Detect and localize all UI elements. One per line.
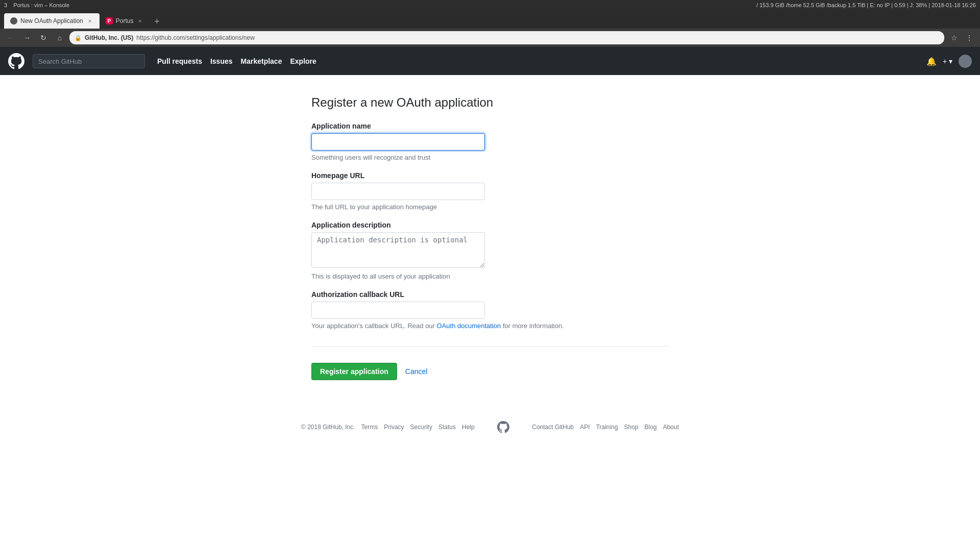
footer-link-api[interactable]: API bbox=[580, 424, 590, 431]
tab-favicon-1 bbox=[10, 17, 17, 24]
home-button[interactable]: ⌂ bbox=[53, 31, 66, 44]
callback-url-label: Authorization callback URL bbox=[311, 290, 669, 299]
tab-favicon-2: P bbox=[106, 17, 113, 24]
callback-url-help: Your application's callback URL. Read ou… bbox=[311, 322, 669, 330]
footer-link-shop[interactable]: Shop bbox=[624, 424, 639, 431]
new-tab-button[interactable]: + bbox=[150, 14, 164, 29]
os-workspace: 3 bbox=[4, 2, 7, 8]
footer-link-blog[interactable]: Blog bbox=[645, 424, 657, 431]
footer-right: Contact GitHub API Training Shop Blog Ab… bbox=[532, 424, 679, 431]
form-divider bbox=[311, 346, 669, 346]
search-placeholder: Search GitHub bbox=[38, 58, 82, 65]
callback-help-suffix: for more information. bbox=[501, 322, 564, 330]
homepage-url-help: The full URL to your application homepag… bbox=[311, 203, 669, 211]
footer-link-contact[interactable]: Contact GitHub bbox=[532, 424, 574, 431]
homepage-url-input[interactable] bbox=[311, 183, 485, 200]
footer-copyright: © 2018 GitHub, Inc. bbox=[301, 424, 355, 431]
footer-link-about[interactable]: About bbox=[663, 424, 679, 431]
tab-close-2[interactable]: ✕ bbox=[136, 17, 143, 24]
reload-button[interactable]: ↻ bbox=[37, 31, 50, 44]
app-name-label: Application name bbox=[311, 122, 669, 130]
github-footer-logo bbox=[497, 421, 509, 433]
os-status: / 153.9 GiB /home 52.5 GiB /backup 1.5 T… bbox=[756, 2, 976, 8]
tab-close-1[interactable]: ✕ bbox=[86, 17, 93, 24]
footer-left: © 2018 GitHub, Inc. Terms Privacy Securi… bbox=[301, 424, 475, 431]
menu-icon[interactable]: ⋮ bbox=[963, 31, 976, 44]
footer-center bbox=[497, 421, 509, 433]
notifications-bell-icon[interactable]: 🔔 bbox=[926, 57, 937, 66]
callback-url-input[interactable] bbox=[311, 302, 485, 319]
register-application-button[interactable]: Register application bbox=[311, 363, 397, 380]
browser-tab-2[interactable]: P Portus ✕ bbox=[100, 13, 150, 29]
nav-explore[interactable]: Explore bbox=[290, 57, 316, 65]
browser-actions: ☆ ⋮ bbox=[947, 31, 976, 44]
github-logo[interactable] bbox=[8, 53, 24, 69]
footer-link-status[interactable]: Status bbox=[438, 424, 456, 431]
app-name-help: Something users will recognize and trust bbox=[311, 154, 669, 161]
github-nav: Pull requests Issues Marketplace Explore bbox=[157, 57, 316, 65]
footer-link-training[interactable]: Training bbox=[596, 424, 618, 431]
back-button[interactable]: ← bbox=[4, 31, 17, 44]
github-header-right: 🔔 + ▾ bbox=[926, 55, 972, 68]
app-desc-help: This is displayed to all users of your a… bbox=[311, 272, 669, 280]
footer: © 2018 GitHub, Inc. Terms Privacy Securi… bbox=[0, 401, 980, 443]
github-header: Search GitHub Pull requests Issues Marke… bbox=[0, 47, 980, 75]
tab-bar: New OAuth Application ✕ P Portus ✕ + bbox=[0, 10, 980, 29]
nav-marketplace[interactable]: Marketplace bbox=[241, 57, 282, 65]
app-desc-label: Application description bbox=[311, 221, 669, 229]
user-avatar[interactable] bbox=[959, 55, 972, 68]
app-name-input[interactable] bbox=[311, 133, 485, 151]
nav-pull-requests[interactable]: Pull requests bbox=[157, 57, 202, 65]
footer-link-terms[interactable]: Terms bbox=[361, 424, 378, 431]
url-display: https://github.com/settings/applications… bbox=[136, 34, 254, 41]
address-bar[interactable]: 🔒 GitHub, Inc. (US) https://github.com/s… bbox=[69, 31, 944, 44]
cancel-link[interactable]: Cancel bbox=[401, 364, 432, 379]
tab-label-1: New OAuth Application bbox=[20, 17, 83, 24]
form-actions: Register application Cancel bbox=[311, 363, 669, 380]
homepage-url-label: Homepage URL bbox=[311, 171, 669, 180]
callback-url-group: Authorization callback URL Your applicat… bbox=[311, 290, 669, 330]
forward-button[interactable]: → bbox=[20, 31, 34, 44]
footer-link-help[interactable]: Help bbox=[462, 424, 475, 431]
footer-row: © 2018 GitHub, Inc. Terms Privacy Securi… bbox=[301, 421, 679, 433]
new-item-button[interactable]: + ▾ bbox=[943, 57, 952, 65]
footer-link-privacy[interactable]: Privacy bbox=[384, 424, 404, 431]
footer-link-security[interactable]: Security bbox=[410, 424, 432, 431]
main-content: Register a new OAuth application Applica… bbox=[301, 95, 679, 380]
os-bar: 3 Portus : vim – Konsole / 153.9 GiB /ho… bbox=[0, 0, 980, 10]
browser-tab-1[interactable]: New OAuth Application ✕ bbox=[4, 13, 100, 29]
app-name-group: Application name Something users will re… bbox=[311, 122, 669, 161]
app-desc-textarea[interactable] bbox=[311, 232, 485, 268]
ssl-lock-icon: 🔒 bbox=[75, 35, 82, 41]
page-title: Register a new OAuth application bbox=[311, 95, 669, 110]
homepage-url-group: Homepage URL The full URL to your applic… bbox=[311, 171, 669, 211]
nav-issues[interactable]: Issues bbox=[210, 57, 233, 65]
address-bar-row: ← → ↻ ⌂ 🔒 GitHub, Inc. (US) https://gith… bbox=[0, 29, 980, 47]
org-label: GitHub, Inc. (US) bbox=[85, 34, 133, 41]
os-app-name: Portus : vim – Konsole bbox=[13, 2, 69, 8]
oauth-docs-link[interactable]: OAuth documentation bbox=[437, 322, 501, 330]
tab-label-2: Portus bbox=[116, 17, 134, 24]
github-search[interactable]: Search GitHub bbox=[33, 54, 145, 68]
app-desc-group: Application description This is displaye… bbox=[311, 221, 669, 280]
callback-help-prefix: Your application's callback URL. Read ou… bbox=[311, 322, 437, 330]
bookmark-icon[interactable]: ☆ bbox=[947, 31, 961, 44]
browser-chrome: New OAuth Application ✕ P Portus ✕ + ← →… bbox=[0, 10, 980, 47]
